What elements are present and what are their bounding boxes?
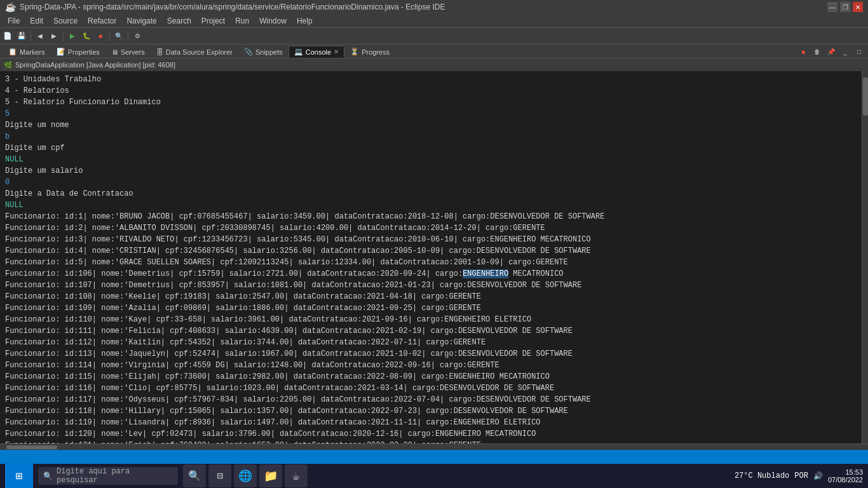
console-line: 0 <box>5 177 857 188</box>
toolbar-separator-4 <box>128 30 128 42</box>
maximize-button[interactable]: ❐ <box>840 2 850 12</box>
toolbar-new[interactable]: 📄 <box>1 30 14 43</box>
console-line: Funcionario: id:112| nome:'Kaitlin| cpf:… <box>5 337 857 348</box>
console-line: Funcionario: id:2| nome:'ALBANITO DVISSO… <box>5 222 857 234</box>
menu-search[interactable]: Search <box>162 15 196 27</box>
taskbar-app-taskview[interactable]: ⊟ <box>208 464 231 487</box>
tab-servers[interactable]: 🖥 Servers <box>105 46 151 58</box>
taskbar-system-tray: 27°C Nublado POR 🔊 15:53 07/08/2022 <box>735 468 863 484</box>
toolbar-search[interactable]: 🔍 <box>112 30 125 43</box>
taskbar: ⊞ 🔍 Digite aqui para pesquisar 🔍 ⊟ 🌐 📁 ☕… <box>0 464 868 488</box>
taskbar-volume-icon: 🔊 <box>813 471 823 481</box>
console-line: Funcionario: id:5| nome:'GRACE SUELLEN S… <box>5 257 857 268</box>
console-line: Funcionario: id:4| nome:'CRISTIAN| cpf:3… <box>5 245 857 257</box>
console-line: Funcionario: id:108| nome:'Keelie| cpf:1… <box>5 291 857 302</box>
console-line: Funcionario: id:114| nome:'Virginia| cpf… <box>5 360 857 371</box>
properties-icon: 📝 <box>57 48 65 56</box>
taskbar-datetime[interactable]: 15:53 07/08/2022 <box>828 468 863 484</box>
taskbar-language: POR <box>794 471 808 480</box>
console-line: NULL <box>5 200 857 211</box>
markers-icon: 📋 <box>8 48 17 56</box>
menu-help[interactable]: Help <box>292 15 318 27</box>
menu-file[interactable]: File <box>3 15 25 27</box>
console-line: Funcionario: id:3| nome:'RIVALDO NETO| c… <box>5 234 857 245</box>
console-line: Funcionario: id:116| nome:'Clio| cpf:857… <box>5 383 857 394</box>
title-bar-title: Spring-Data-JPA - spring-data/src/main/j… <box>20 3 445 11</box>
console-line: Digite um nome <box>5 119 857 131</box>
tab-snippets[interactable]: 📎 Snippets <box>238 46 288 58</box>
console-maximize-btn[interactable]: □ <box>853 45 865 58</box>
tab-properties[interactable]: 📝 Properties <box>51 46 105 58</box>
tab-markers[interactable]: 📋 Markers <box>3 46 51 58</box>
toolbar-settings[interactable]: ⚙ <box>131 30 144 43</box>
view-tabs: 📋 Markers 📝 Properties 🖥 Servers 🗄 Data … <box>0 44 868 58</box>
progress-icon: ⏳ <box>350 48 359 56</box>
close-button[interactable]: ✕ <box>853 2 863 12</box>
taskbar-search-placeholder: Digite aqui para pesquisar <box>57 467 173 485</box>
console-line: Funcionario: id:111| nome:'Felicia| cpf:… <box>5 325 857 337</box>
taskbar-time: 15:53 <box>828 468 863 476</box>
datasource-icon: 🗄 <box>156 48 163 56</box>
toolbar-back[interactable]: ◀ <box>34 30 46 43</box>
console-stop-btn[interactable]: ■ <box>797 45 810 58</box>
minimize-button[interactable]: — <box>827 2 837 12</box>
console-line: 4 - Relatorios <box>5 85 857 97</box>
menu-source[interactable]: Source <box>48 15 83 27</box>
console-line: Funcionario: id:120| nome:'Lev| cpf:0247… <box>5 428 857 440</box>
console-clear-btn[interactable]: 🗑 <box>811 45 824 58</box>
tab-console[interactable]: 💻 Console ✕ <box>288 46 344 58</box>
console-line: Funcionario: id:107| nome:'Demetrius| cp… <box>5 280 857 291</box>
console-line: Funcionario: id:118| nome:'Hillary| cpf:… <box>5 405 857 417</box>
toolbar-separator-2 <box>63 30 64 42</box>
console-line: Funcionario: id:117| nome:'Odysseus| cpf… <box>5 394 857 405</box>
menu-project[interactable]: Project <box>196 15 230 27</box>
taskbar-app-files[interactable]: 📁 <box>259 464 282 487</box>
horizontal-scrollbar[interactable] <box>0 444 868 450</box>
menu-window[interactable]: Window <box>254 15 292 27</box>
taskbar-app-edge[interactable]: 🌐 <box>234 464 257 487</box>
title-bar: ☕ Spring-Data-JPA - spring-data/src/main… <box>0 0 868 14</box>
tab-progress[interactable]: ⏳ Progress <box>344 46 395 58</box>
menu-edit[interactable]: Edit <box>25 15 48 27</box>
spring-app-label: 🌿 SpringDataApplication [Java Applicatio… <box>0 58 868 71</box>
taskbar-weather: 27°C Nublado <box>735 471 789 480</box>
status-bar <box>0 450 868 464</box>
console-line: Digite um cpf <box>5 142 857 154</box>
vertical-scrollbar[interactable] <box>862 71 868 444</box>
menu-bar: File Edit Source Refactor Navigate Searc… <box>0 14 868 28</box>
console-pin-btn[interactable]: 📌 <box>825 45 837 58</box>
taskbar-app-search[interactable]: 🔍 <box>183 464 206 487</box>
console-output[interactable]: 3 - Unidades Trabalho4 - Relatorios5 - R… <box>0 71 862 444</box>
highlighted-text: ENGENHEIRO <box>463 269 508 278</box>
tab-datasource[interactable]: 🗄 Data Source Explorer <box>151 46 238 58</box>
toolbar-stop[interactable]: ■ <box>94 30 107 43</box>
console-tab-close[interactable]: ✕ <box>334 48 339 55</box>
console-line: 5 <box>5 108 857 119</box>
console-line: Funcionario: id:113| nome:'Jaquelyn| cpf… <box>5 348 857 360</box>
menu-navigate[interactable]: Navigate <box>121 15 161 27</box>
console-line: Funcionario: id:1| nome:'BRUNO JACOB| cp… <box>5 211 857 222</box>
toolbar-debug[interactable]: 🐛 <box>80 30 93 43</box>
menu-refactor[interactable]: Refactor <box>83 15 121 27</box>
taskbar-date: 07/08/2022 <box>828 476 863 484</box>
console-line: Funcionario: id:106| nome:'Demetrius| cp… <box>5 268 857 280</box>
menu-run[interactable]: Run <box>230 15 254 27</box>
console-line: Digite um salario <box>5 165 857 177</box>
toolbar-save[interactable]: 💾 <box>15 30 28 43</box>
console-line: b <box>5 131 857 142</box>
console-line: Funcionario: id:115| nome:'Elijah| cpf:7… <box>5 371 857 383</box>
toolbar-forward[interactable]: ▶ <box>48 30 60 43</box>
snippets-icon: 📎 <box>244 48 253 56</box>
console-line: 5 - Relatorio Funcionario Dinamico <box>5 97 857 108</box>
console-line: Funcionario: id:110| nome:'Kaye| cpf:33-… <box>5 314 857 325</box>
taskbar-search-icon: 🔍 <box>43 471 53 481</box>
console-icon: 💻 <box>294 48 303 56</box>
start-button[interactable]: ⊞ <box>5 464 33 488</box>
taskbar-app-eclipse[interactable]: ☕ <box>285 464 308 487</box>
console-content: 3 - Unidades Trabalho4 - Relatorios5 - R… <box>0 71 862 444</box>
toolbar-run[interactable]: ▶ <box>66 30 79 43</box>
console-line: Funcionario: id:119| nome:'Lisandra| cpf… <box>5 417 857 428</box>
console-minimize-btn[interactable]: _ <box>839 45 851 58</box>
title-bar-controls: — ❐ ✕ <box>827 2 863 12</box>
taskbar-search-box[interactable]: 🔍 Digite aqui para pesquisar <box>38 467 178 485</box>
